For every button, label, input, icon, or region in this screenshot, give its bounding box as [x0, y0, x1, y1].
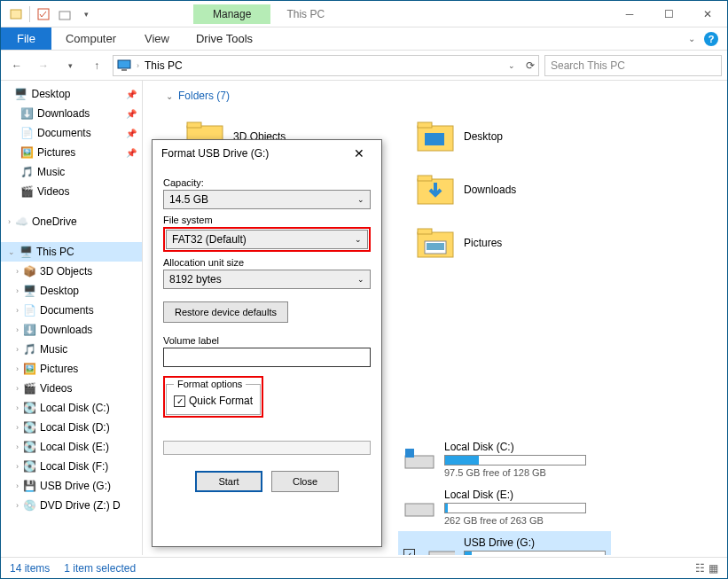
quick-format-checkbox[interactable]: ✓ Quick Format — [174, 395, 253, 407]
disk-usb-g[interactable]: ✓ USB Drive (G:) 14.0 GB free of 14.5 GB — [398, 531, 611, 555]
navigation-bar: ← → ▾ ↑ › This PC ⌄ ⟳ Search This PC — [1, 51, 727, 81]
sidebar-item-desktop-pc[interactable]: ›🖥️Desktop — [1, 281, 142, 301]
svg-rect-17 — [405, 449, 414, 458]
sidebar-item-music-pc[interactable]: ›🎵Music — [1, 340, 142, 359]
close-window-button[interactable]: ✕ — [688, 2, 727, 27]
address-bar[interactable]: › This PC ⌄ ⟳ — [113, 55, 539, 76]
folder-pictures[interactable]: Pictures — [416, 221, 593, 265]
details-view-icon[interactable]: ☷ — [695, 562, 705, 575]
svg-rect-18 — [405, 504, 434, 516]
sidebar-item-pictures-pc[interactable]: ›🖼️Pictures — [1, 359, 142, 379]
refresh-icon[interactable]: ⟳ — [526, 59, 535, 72]
disk-local-e[interactable]: Local Disk (E:) 262 GB free of 263 GB — [398, 483, 611, 531]
drive-icon — [403, 495, 435, 520]
folder-icon — [416, 119, 455, 154]
sidebar-item-videos[interactable]: 🎬Videos — [1, 182, 142, 201]
capacity-select[interactable]: 14.5 GB⌄ — [163, 190, 371, 209]
svg-rect-2 — [59, 12, 70, 20]
svg-rect-0 — [11, 10, 21, 19]
highlight-box: FAT32 (Default)⌄ — [163, 227, 371, 252]
progress-bar — [163, 441, 371, 455]
computer-tab[interactable]: Computer — [51, 27, 130, 50]
svg-rect-6 — [187, 122, 201, 128]
folder-desktop[interactable]: Desktop — [416, 114, 593, 159]
minimize-button[interactable]: ─ — [610, 2, 649, 27]
folder-icon — [416, 172, 455, 207]
sidebar-item-pictures[interactable]: 🖼️Pictures📌 — [1, 143, 142, 162]
svg-rect-16 — [405, 456, 434, 468]
svg-rect-8 — [418, 122, 432, 128]
sidebar-item-onedrive[interactable]: ›☁️OneDrive — [1, 212, 142, 231]
back-button[interactable]: ← — [6, 55, 27, 76]
drive-tools-tab[interactable]: Drive Tools — [184, 27, 265, 50]
sidebar-item-this-pc[interactable]: ⌄🖥️This PC — [1, 242, 142, 262]
chevron-down-icon: ⌄ — [166, 91, 173, 101]
up-button[interactable]: ↑ — [86, 55, 107, 76]
search-input[interactable]: Search This PC — [544, 55, 722, 76]
disk-local-c[interactable]: Local Disk (C:) 97.5 GB free of 128 GB — [398, 435, 611, 483]
svg-rect-15 — [427, 243, 444, 250]
sidebar-item-downloads-pc[interactable]: ›⬇️Downloads — [1, 320, 142, 340]
capacity-bar — [444, 455, 586, 466]
help-icon[interactable]: ? — [704, 32, 718, 46]
pin-icon: 📌 — [126, 148, 137, 158]
checkbox-checked-icon: ✓ — [174, 395, 185, 407]
address-text: This PC — [145, 59, 503, 72]
address-dropdown-icon[interactable]: ⌄ — [508, 61, 515, 70]
filesystem-select[interactable]: FAT32 (Default)⌄ — [166, 230, 368, 249]
sidebar-item-local-disk-f[interactable]: ›💽Local Disk (F:) — [1, 457, 142, 476]
ribbon-tabs: File Computer View Drive Tools ⌄ ? — [1, 27, 727, 51]
maximize-button[interactable]: ☐ — [649, 2, 688, 27]
start-button[interactable]: Start — [195, 471, 262, 492]
sidebar-item-downloads[interactable]: ⬇️Downloads📌 — [1, 104, 142, 123]
sidebar-item-3d-objects[interactable]: ›📦3D Objects — [1, 262, 142, 281]
recent-dropdown-icon[interactable]: ▾ — [59, 55, 81, 76]
file-tab[interactable]: File — [1, 27, 51, 50]
quick-access-toolbar: ▾ — [1, 4, 96, 24]
sidebar-item-local-disk-d[interactable]: ›💽Local Disk (D:) — [1, 418, 142, 437]
allocation-label: Allocation unit size — [163, 257, 371, 268]
sidebar-item-desktop[interactable]: 🖥️Desktop📌 — [1, 84, 142, 104]
checkbox-checked-icon[interactable]: ✓ — [403, 549, 415, 555]
sidebar-item-usb-drive-g[interactable]: ›💾USB Drive (G:) — [1, 476, 142, 496]
qat-properties-icon[interactable] — [34, 4, 53, 24]
svg-rect-4 — [121, 69, 127, 71]
folders-group-header[interactable]: ⌄ Folders (7) — [150, 88, 720, 107]
allocation-select[interactable]: 8192 bytes⌄ — [163, 270, 371, 289]
status-bar: 14 items 1 item selected ☷ ▦ — [1, 557, 727, 578]
dialog-close-button[interactable]: ✕ — [346, 146, 372, 160]
sidebar-item-documents-pc[interactable]: ›📄Documents — [1, 301, 142, 320]
qat-dropdown-icon[interactable]: ▾ — [76, 4, 96, 24]
view-tab[interactable]: View — [130, 27, 184, 50]
tiles-view-icon[interactable]: ▦ — [708, 562, 718, 575]
drive-icon — [403, 447, 435, 472]
close-button[interactable]: Close — [271, 471, 339, 492]
forward-button[interactable]: → — [33, 55, 54, 76]
chevron-down-icon: ⌄ — [357, 195, 364, 204]
chevron-down-icon: ⌄ — [355, 235, 362, 244]
restore-defaults-button[interactable]: Restore device defaults — [163, 301, 288, 323]
app-icon — [6, 4, 26, 24]
sidebar-item-videos-pc[interactable]: ›🎬Videos — [1, 379, 142, 398]
sidebar-item-documents[interactable]: 📄Documents📌 — [1, 123, 142, 143]
svg-rect-19 — [429, 552, 456, 555]
sidebar-item-dvd-drive-z[interactable]: ›💿DVD Drive (Z:) D — [1, 496, 142, 515]
folder-downloads[interactable]: Downloads — [416, 168, 593, 212]
navigation-pane: 🖥️Desktop📌 ⬇️Downloads📌 📄Documents📌 🖼️Pi… — [1, 81, 143, 555]
folder-icon — [416, 225, 455, 261]
pin-icon: 📌 — [126, 90, 137, 99]
window-title: This PC — [270, 4, 341, 24]
status-item-count: 14 items — [10, 562, 50, 575]
sidebar-item-local-disk-e[interactable]: ›💽Local Disk (E:) — [1, 437, 142, 457]
capacity-bar — [464, 551, 606, 555]
sidebar-item-music[interactable]: 🎵Music — [1, 162, 142, 182]
this-pc-icon — [117, 59, 131, 73]
sidebar-item-local-disk-c[interactable]: ›💽Local Disk (C:) — [1, 398, 142, 418]
volume-label-label: Volume label — [163, 335, 371, 346]
ribbon-expand-icon[interactable]: ⌄ — [688, 34, 695, 43]
svg-rect-13 — [418, 229, 432, 234]
pin-icon: 📌 — [126, 129, 137, 138]
qat-new-folder-icon[interactable] — [55, 4, 74, 24]
ribbon-context-tab-manage[interactable]: Manage — [193, 4, 270, 24]
volume-label-input[interactable] — [163, 348, 371, 367]
